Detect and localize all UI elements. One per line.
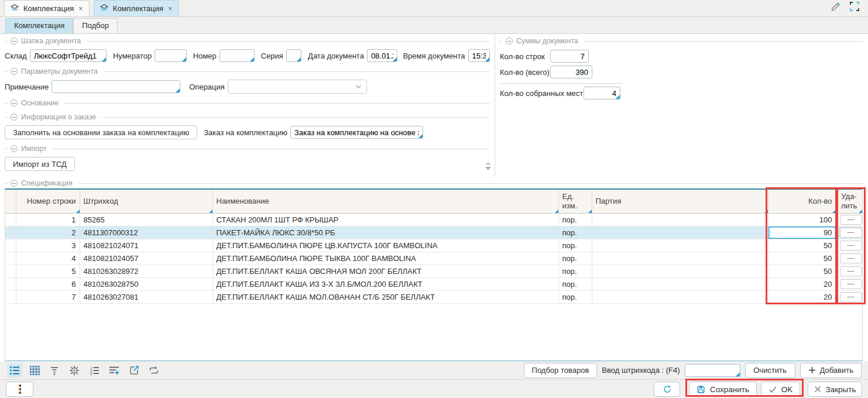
collected-places-input[interactable]: [584, 87, 620, 100]
cell-qty[interactable]: 50: [768, 252, 836, 265]
tab-podbor[interactable]: Подбор: [73, 18, 118, 33]
numerator-input[interactable]: [155, 49, 186, 62]
delete-row-button[interactable]: —: [840, 279, 862, 289]
collapse-minus-icon[interactable]: [11, 180, 18, 187]
delete-row-button[interactable]: —: [840, 241, 862, 251]
close-tab-icon[interactable]: ×: [167, 5, 173, 12]
settings-gear-icon[interactable]: [67, 363, 82, 378]
doc-date-input[interactable]: [367, 49, 398, 62]
refresh-button[interactable]: [654, 382, 680, 397]
refresh-icon: [663, 385, 672, 394]
row-indicator: [5, 252, 16, 265]
section-title: Параметры документа: [21, 67, 98, 76]
order-input[interactable]: [290, 126, 423, 139]
table-row[interactable]: 6 4810263028750 ДЕТ.ПИТ.БЕЛЛАКТ КАША ИЗ …: [5, 277, 862, 290]
save-disk-icon: [697, 385, 705, 394]
collapse-minus-icon[interactable]: [11, 68, 18, 75]
table-row-selected[interactable]: 2 4811307000312 ПАКЕТ-МАЙКА ЛЮКС 30/8*50…: [5, 226, 862, 239]
cell-delete: —: [836, 265, 862, 277]
collapse-minus-icon[interactable]: [506, 37, 513, 44]
cell-qty[interactable]: 100: [768, 213, 836, 226]
grid-view-icon[interactable]: [27, 363, 42, 378]
tab-komplektacia[interactable]: Комплектация: [5, 18, 73, 33]
col-header-qty[interactable]: Кол-во: [768, 190, 836, 213]
doc-time-label: Время документа: [403, 52, 465, 60]
doc-date-label: Дата документа: [308, 52, 364, 60]
kebab-menu-icon: [19, 385, 21, 394]
table-row[interactable]: 4 4810821024057 ДЕТ.ПИТ.БАМБОЛИНА ПЮРЕ Т…: [5, 252, 862, 265]
collapse-minus-icon[interactable]: [11, 37, 18, 44]
doc-time-input[interactable]: [468, 49, 490, 62]
row-indicator: [5, 277, 16, 290]
warehouse-input[interactable]: [30, 49, 107, 62]
barcode-input[interactable]: [685, 364, 740, 377]
col-header-unit[interactable]: Ед. изм.: [558, 190, 592, 213]
cell-barcode: 4810821024071: [80, 239, 212, 252]
lines-count-label: Кол-во строк: [500, 52, 550, 61]
section-title: Информация о заказе: [21, 113, 96, 121]
pencil-icon[interactable]: [830, 1, 841, 13]
splitter-handle[interactable]: [485, 162, 491, 170]
cell-qty[interactable]: 50: [768, 265, 836, 277]
total-qty-input[interactable]: [550, 66, 592, 78]
cell-qty-editor[interactable]: 90: [768, 226, 836, 239]
delete-row-button[interactable]: —: [840, 253, 862, 263]
window-tab-komplektacia-1[interactable]: Комплектация ×: [4, 0, 90, 16]
cell-unit: пор.: [558, 252, 592, 265]
fill-from-order-button[interactable]: Заполнить на основании заказа на комплек…: [5, 125, 197, 139]
pick-goods-button[interactable]: Подбор товаров: [524, 363, 598, 378]
collapse-minus-icon[interactable]: [11, 114, 18, 121]
save-button[interactable]: Сохранить: [689, 382, 757, 397]
table-row[interactable]: 7 4810263027081 ДЕТ.ПИТ.БЕЛЛАКТ КАША МОЛ…: [5, 290, 862, 303]
section-order-info: Информация о заказе: [5, 111, 490, 123]
cell-barcode: 85265: [80, 213, 212, 226]
number-input[interactable]: [219, 49, 255, 62]
collected-places-field-wrap: [584, 87, 620, 100]
filter-icon[interactable]: [47, 363, 62, 378]
operation-select[interactable]: [228, 80, 367, 94]
cell-delete: —: [836, 239, 862, 252]
cell-qty[interactable]: 50: [768, 239, 836, 252]
col-header-name[interactable]: Наименование: [212, 190, 558, 213]
cell-qty[interactable]: 20: [768, 277, 836, 290]
cell-delete: —: [836, 226, 862, 239]
numbered-list-icon[interactable]: 123: [87, 363, 102, 378]
import-tsd-button[interactable]: Импорт из ТСД: [5, 157, 75, 171]
list-view-icon[interactable]: [7, 363, 22, 378]
close-tab-icon[interactable]: ×: [78, 5, 84, 12]
delete-row-button[interactable]: —: [840, 266, 862, 276]
cell-unit: пор.: [558, 277, 592, 290]
cell-barcode: 4810263028750: [80, 277, 212, 290]
table-row[interactable]: 5 4810263028972 ДЕТ.ПИТ.БЕЛЛАКТ КАША ОВС…: [5, 265, 862, 277]
col-header-barcode[interactable]: Штрихкод: [80, 190, 212, 213]
section-title: Основание: [21, 99, 59, 107]
delete-row-button[interactable]: —: [840, 228, 862, 238]
fullscreen-icon[interactable]: [849, 1, 860, 13]
lines-count-input[interactable]: [550, 50, 589, 63]
check-icon: [768, 386, 777, 393]
delete-row-button[interactable]: —: [840, 292, 862, 302]
cell-num: 4: [16, 252, 80, 265]
close-button[interactable]: Закрыть: [808, 382, 862, 397]
cell-qty[interactable]: 20: [768, 290, 836, 303]
col-header-batch[interactable]: Партия: [592, 190, 768, 213]
delete-row-button[interactable]: —: [840, 215, 862, 225]
layers-icon: [10, 4, 19, 13]
more-options-button[interactable]: [6, 382, 33, 397]
window-tab-komplektacia-2[interactable]: Комплектация ×: [94, 0, 179, 16]
series-input[interactable]: [286, 49, 301, 62]
repeat-icon[interactable]: [146, 363, 162, 378]
open-external-icon[interactable]: [126, 363, 142, 378]
collapse-minus-icon[interactable]: [11, 145, 18, 152]
col-header-delete[interactable]: Уда-лить: [836, 190, 862, 213]
ok-button[interactable]: OK: [761, 382, 800, 397]
add-list-icon[interactable]: [107, 363, 122, 378]
collapse-minus-icon[interactable]: [11, 100, 18, 107]
add-button[interactable]: Добавить: [800, 363, 862, 378]
cell-delete: —: [836, 252, 862, 265]
table-row[interactable]: 3 4810821024071 ДЕТ.ПИТ.БАМБОЛИНА ПЮРЕ Ц…: [5, 239, 862, 252]
table-row[interactable]: 1 85265 СТАКАН 200МЛ 1ШТ РФ КРЫШАР пор. …: [5, 213, 862, 226]
note-input[interactable]: [52, 80, 180, 93]
clear-button[interactable]: Очистить: [745, 363, 795, 378]
col-header-num[interactable]: Номер строки: [16, 190, 80, 213]
